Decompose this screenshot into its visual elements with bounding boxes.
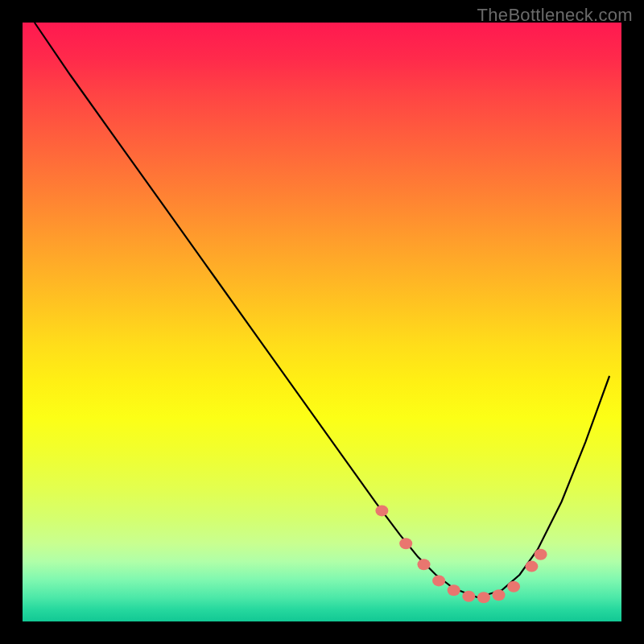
- valley-marker: [525, 561, 538, 572]
- valley-marker: [448, 584, 460, 596]
- valley-marker: [375, 505, 388, 516]
- valley-marker: [493, 589, 506, 601]
- valley-marker: [535, 549, 547, 560]
- valley-marker: [418, 559, 431, 570]
- valley-marker: [477, 592, 490, 603]
- valley-marker: [507, 581, 520, 592]
- bottleneck-curve-line: [35, 23, 609, 597]
- valley-marker: [462, 591, 475, 602]
- valley-markers: [375, 505, 547, 603]
- chart-plot-area: [23, 23, 621, 621]
- valley-marker: [432, 575, 445, 586]
- chart-svg: [23, 23, 621, 621]
- watermark-text: TheBottleneck.com: [477, 5, 633, 26]
- valley-marker: [399, 538, 412, 549]
